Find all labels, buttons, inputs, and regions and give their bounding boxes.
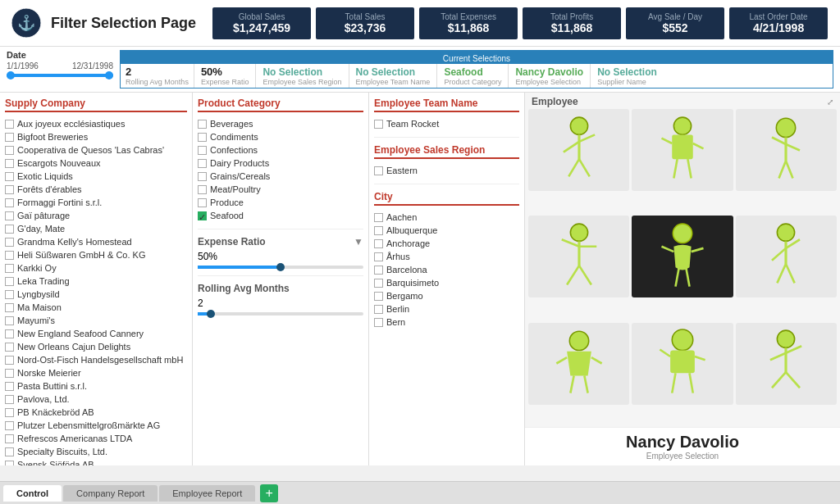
supply-company-item[interactable]: Escargots Nouveaux (5, 157, 187, 170)
supply-checkbox[interactable] (5, 172, 14, 181)
supply-company-item[interactable]: Cooperativa de Quesos 'Las Cabras' (5, 143, 187, 157)
category-checkbox[interactable] (198, 198, 207, 207)
category-item[interactable]: Meat/Poultry (198, 183, 363, 196)
supply-company-item[interactable]: Grandma Kelly's Homestead (5, 235, 187, 248)
city-checkbox[interactable] (374, 318, 383, 327)
city-item[interactable]: Berlin (374, 302, 519, 316)
supply-company-item[interactable]: Exotic Liquids (5, 170, 187, 183)
expense-ratio-slider[interactable] (198, 266, 363, 269)
supply-company-item[interactable]: Nord-Ost-Fisch Handelsgesellschaft mbH (5, 353, 187, 366)
supply-company-item[interactable]: Aux joyeux ecclésiastiques (5, 117, 187, 130)
supply-company-item[interactable]: Karkki Oy (5, 261, 187, 275)
supply-company-item[interactable]: Norske Meierier (5, 366, 187, 379)
city-item[interactable]: Anchorage (374, 237, 519, 250)
supply-checkbox[interactable] (5, 120, 14, 129)
supply-checkbox[interactable] (5, 133, 14, 142)
employee-card[interactable] (528, 323, 629, 405)
city-checkbox[interactable] (374, 266, 383, 275)
supply-checkbox[interactable] (5, 225, 14, 234)
city-checkbox[interactable] (374, 252, 383, 261)
city-item[interactable]: Barcelona (374, 263, 519, 276)
supply-checkbox[interactable] (5, 434, 14, 443)
city-checkbox[interactable] (374, 292, 383, 301)
employee-card[interactable] (632, 323, 733, 405)
supply-company-item[interactable]: G'day, Mate (5, 222, 187, 235)
team-item[interactable]: Team Rocket (374, 117, 519, 130)
supply-checkbox[interactable] (5, 211, 14, 220)
supply-checkbox[interactable] (5, 343, 14, 352)
employee-card[interactable] (528, 216, 629, 297)
supply-company-item[interactable]: Pasta Buttini s.r.l. (5, 379, 187, 393)
city-checkbox[interactable] (374, 305, 383, 314)
supply-company-item[interactable]: Gaï pâturage (5, 209, 187, 222)
supply-checkbox[interactable] (5, 238, 14, 247)
city-item[interactable]: Bergamo (374, 289, 519, 302)
supply-company-item[interactable]: Formaggi Fortini s.r.l. (5, 196, 187, 209)
employee-card[interactable] (528, 109, 629, 191)
city-checkbox[interactable] (374, 279, 383, 288)
supply-company-item[interactable]: New England Seafood Cannery (5, 327, 187, 340)
supply-company-item[interactable]: Plutzer Lebensmittelgroßmärkte AG (5, 419, 187, 432)
category-checkbox[interactable] (198, 120, 207, 129)
supply-checkbox[interactable] (5, 356, 14, 365)
category-item[interactable]: Grains/Cereals (198, 170, 363, 183)
expand-icon[interactable]: ⤢ (827, 98, 833, 107)
supply-company-item[interactable]: PB Knäckebröd AB (5, 406, 187, 419)
category-item[interactable]: Condiments (198, 130, 363, 143)
supply-checkbox[interactable] (5, 369, 14, 378)
category-checkbox[interactable] (198, 185, 207, 194)
supply-checkbox[interactable] (5, 251, 14, 260)
category-checkbox[interactable] (198, 172, 207, 181)
city-checkbox[interactable] (374, 239, 383, 248)
supply-company-item[interactable]: Specialty Biscuits, Ltd. (5, 445, 187, 458)
category-checkbox[interactable] (198, 133, 207, 142)
supply-checkbox[interactable] (5, 408, 14, 417)
team-checkbox[interactable] (374, 120, 383, 129)
employee-card[interactable] (736, 216, 837, 297)
supply-checkbox[interactable] (5, 447, 14, 456)
supply-checkbox[interactable] (5, 185, 14, 194)
date-slider[interactable] (7, 74, 113, 77)
supply-checkbox[interactable] (5, 159, 14, 168)
tab-employee-report[interactable]: Employee Report (159, 485, 255, 502)
city-item[interactable]: Århus (374, 250, 519, 263)
supply-company-item[interactable]: New Orleans Cajun Delights (5, 340, 187, 353)
category-checkbox[interactable] (198, 159, 207, 168)
tab-add-button[interactable]: + (260, 484, 278, 502)
employee-card[interactable] (736, 323, 837, 405)
supply-checkbox[interactable] (5, 461, 14, 466)
supply-company-item[interactable]: Svensk Sjöföda AB (5, 458, 187, 465)
supply-checkbox[interactable] (5, 290, 14, 299)
supply-company-item[interactable]: Leka Trading (5, 275, 187, 288)
city-item[interactable]: Bern (374, 316, 519, 329)
region-item[interactable]: Eastern (374, 164, 519, 177)
tab-company-report[interactable]: Company Report (63, 485, 158, 502)
supply-company-item[interactable]: Ma Maison (5, 301, 187, 314)
supply-checkbox[interactable] (5, 382, 14, 391)
supply-checkbox[interactable] (5, 316, 14, 325)
supply-company-item[interactable]: Lyngbysild (5, 288, 187, 301)
supply-company-item[interactable]: Heli Süßwaren GmbH & Co. KG (5, 248, 187, 261)
supply-checkbox[interactable] (5, 421, 14, 430)
employee-card[interactable] (632, 109, 733, 191)
city-checkbox[interactable] (374, 213, 383, 222)
supply-company-item[interactable]: Mayumi's (5, 314, 187, 327)
supply-checkbox[interactable] (5, 277, 14, 286)
supply-company-item[interactable]: Forêts d'érables (5, 183, 187, 196)
category-checkbox[interactable] (198, 146, 207, 155)
supply-company-item[interactable]: Pavlova, Ltd. (5, 393, 187, 406)
category-item[interactable]: Dairy Products (198, 157, 363, 170)
supply-checkbox[interactable] (5, 329, 14, 338)
category-item[interactable]: Beverages (198, 117, 363, 130)
supply-checkbox[interactable] (5, 146, 14, 155)
rolling-avg-slider[interactable] (198, 312, 363, 316)
tab-control[interactable]: Control (3, 485, 62, 502)
supply-checkbox[interactable] (5, 303, 14, 312)
city-item[interactable]: Barquisimeto (374, 276, 519, 289)
supply-checkbox[interactable] (5, 395, 14, 404)
category-item[interactable]: ✓Seafood (198, 209, 363, 222)
city-item[interactable]: Aachen (374, 211, 519, 224)
supply-company-item[interactable]: Bigfoot Breweries (5, 130, 187, 143)
employee-card[interactable] (736, 109, 837, 191)
city-item[interactable]: Albuquerque (374, 224, 519, 237)
